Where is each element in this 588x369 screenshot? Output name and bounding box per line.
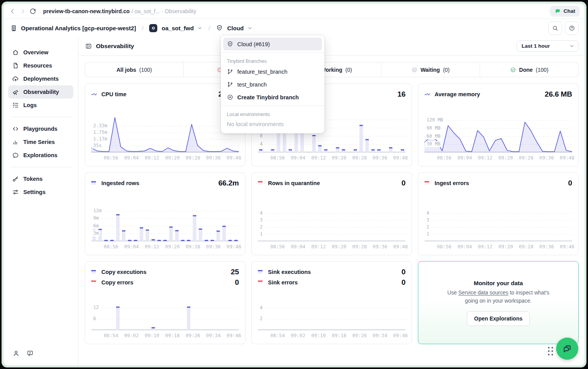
chart-value: 66.2m: [218, 179, 239, 187]
browser-back-button[interactable]: [9, 6, 16, 16]
y-axis-label: 12m: [92, 208, 103, 214]
menu-section-local: Local environments: [223, 108, 322, 118]
x-axis-label: 09:26: [186, 333, 200, 338]
collapse-sidebar-icon[interactable]: [85, 43, 92, 50]
sidebar-divider: [10, 117, 71, 117]
git-branch-icon: [227, 81, 233, 88]
chart-plot: 120 MB90 MB60 MB30 MB08:5609:0409:1209:2…: [424, 117, 572, 161]
chart-title: Sink executions: [268, 269, 311, 275]
y-axis-label: 12: [92, 305, 100, 310]
x-axis-label: 09:12: [144, 155, 159, 161]
x-axis-label: 08:56: [437, 155, 452, 161]
x-axis-label: 09:28: [519, 244, 534, 249]
x-axis-label: 08:54: [104, 333, 118, 338]
y-axis-label: 1.17m: [92, 136, 108, 142]
chat-button[interactable]: Chat: [550, 6, 580, 17]
user-account-button[interactable]: [12, 350, 20, 359]
x-axis-label: 09:10: [144, 333, 159, 338]
user-icon: [12, 350, 20, 357]
line-legend-icon: [424, 92, 430, 96]
url-path: / oa_sot_f... · Observability: [132, 8, 197, 14]
menu-item-create-branch[interactable]: Create Tinybird branch: [223, 91, 322, 104]
y-axis-label: 4: [425, 210, 430, 216]
y-axis-label: 4: [259, 141, 264, 147]
chart-value: 0: [568, 179, 572, 187]
menu-divider: [221, 52, 324, 53]
x-axis-label: 09:20: [165, 155, 180, 161]
sidebar-footer: [3, 350, 78, 366]
sidebar-item-observability[interactable]: Observability: [8, 85, 73, 99]
browser-url[interactable]: preview-tb-canon-new.tinybird.co / oa_so…: [43, 8, 196, 14]
chart-plot: 4208:5409:0209:1009:1809:2609:3409:46: [258, 303, 405, 339]
open-explorations-button[interactable]: Open Explorations: [467, 311, 530, 326]
browser-forward-button[interactable]: [19, 6, 26, 16]
jobs-status-bar: All jobs(100)Error(0)Working(0)Waiting(0…: [85, 62, 579, 77]
x-axis: 08:5609:0409:1209:2009:2809:3609:48: [258, 155, 405, 161]
y-axis-label: 90 MB: [425, 125, 442, 131]
jobs-tab-all-jobs[interactable]: All jobs(100): [85, 62, 183, 77]
menu-item-test-branch[interactable]: test_branch: [223, 78, 322, 91]
y-axis-label: 60 MB: [425, 133, 442, 139]
y-axis-label: 3: [425, 217, 430, 223]
chart-card-sink-executions: Sink executions0Sink errors04208:5409:02…: [251, 261, 412, 344]
sidebar-item-settings[interactable]: Settings: [8, 185, 73, 199]
service-data-sources-link[interactable]: Service data sources: [458, 290, 508, 296]
list-check-icon: [12, 102, 19, 109]
environment-selector[interactable]: o oa_sot_fwd: [149, 24, 203, 32]
sidebar-item-resources[interactable]: Resources: [8, 59, 73, 72]
x-axis-label: 09:46: [393, 333, 408, 338]
x-axis-label: 09:28: [352, 155, 367, 161]
search-button[interactable]: [548, 21, 562, 35]
feedback-icon: [26, 350, 34, 357]
sidebar-item-time-series[interactable]: Time Series: [8, 135, 73, 149]
bar-legend-icon: [91, 281, 96, 284]
menu-section-branches: Tinybird Branches: [223, 55, 322, 65]
menu-local-empty: No local environments: [223, 118, 322, 131]
x-axis-label: 09:48: [393, 155, 408, 161]
sidebar-item-deployments[interactable]: Deployments: [8, 72, 73, 85]
x-axis-label: 09:34: [206, 333, 221, 338]
y-axis-label: 2: [425, 224, 430, 230]
y-axis-label: 2: [259, 316, 264, 322]
chart-value: 0: [402, 278, 405, 287]
chart-title: Sink errors: [268, 279, 298, 286]
sidebar-item-logs[interactable]: Logs: [8, 99, 73, 112]
line-legend-icon: [91, 92, 97, 96]
sidebar-item-overview[interactable]: Overview: [8, 46, 73, 59]
sidebar-item-explorations[interactable]: Explorations: [8, 149, 73, 162]
support-chat-fab[interactable]: [556, 338, 578, 360]
chart-card-copy-executions: Copy executions25Copy errors012608:5409:…: [85, 261, 245, 344]
x-axis-label: 09:36: [373, 244, 388, 249]
sidebar-item-tokens[interactable]: Tokens: [8, 172, 73, 185]
x-axis-label: 09:04: [458, 244, 472, 249]
browser-refresh-button[interactable]: [29, 6, 37, 16]
x-axis: 08:5409:0209:1009:1809:2609:3409:46: [91, 333, 239, 339]
search-icon: [552, 25, 558, 31]
menu-item-cloud[interactable]: Cloud (#619): [223, 38, 322, 50]
x-axis-label: 09:20: [498, 155, 513, 161]
x-axis-label: 08:56: [437, 244, 452, 249]
help-button[interactable]: [565, 21, 579, 35]
jobs-tab-waiting[interactable]: Waiting(0): [381, 62, 480, 77]
browser-topbar: preview-tb-canon-new.tinybird.co / oa_so…: [3, 3, 585, 19]
help-icon: [569, 25, 575, 31]
workspace-breadcrumb[interactable]: Operational Analytics [gcp-europe-west2]: [21, 25, 136, 31]
x-axis-label: 08:56: [270, 155, 285, 161]
y-axis-label: 4: [259, 210, 264, 216]
drag-handle[interactable]: [548, 347, 553, 355]
feedback-button[interactable]: [26, 350, 34, 359]
monitor-text: Use Service data sources to inspect what…: [442, 289, 555, 305]
x-axis-label: 09:36: [206, 244, 221, 249]
chart-value: 0: [402, 268, 405, 276]
branch-selector[interactable]: Cloud: [216, 24, 253, 31]
chart-card-ingest-errors: Ingest errors0432108:5609:0409:1209:2009…: [418, 172, 579, 255]
cloud-upload-icon: [12, 75, 19, 82]
x-axis-label: 09:46: [226, 333, 241, 338]
sidebar-item-playgrounds[interactable]: Playgrounds: [8, 122, 73, 135]
x-axis-label: 09:20: [498, 244, 513, 249]
jobs-tab-done[interactable]: Done(100): [480, 62, 578, 77]
x-axis-label: 09:12: [144, 244, 159, 249]
menu-item-feature-test-branch[interactable]: feature_test_branch: [223, 65, 322, 78]
time-range-select[interactable]: Last 1 hour: [517, 40, 579, 52]
x-axis-label: 09:12: [478, 155, 492, 161]
